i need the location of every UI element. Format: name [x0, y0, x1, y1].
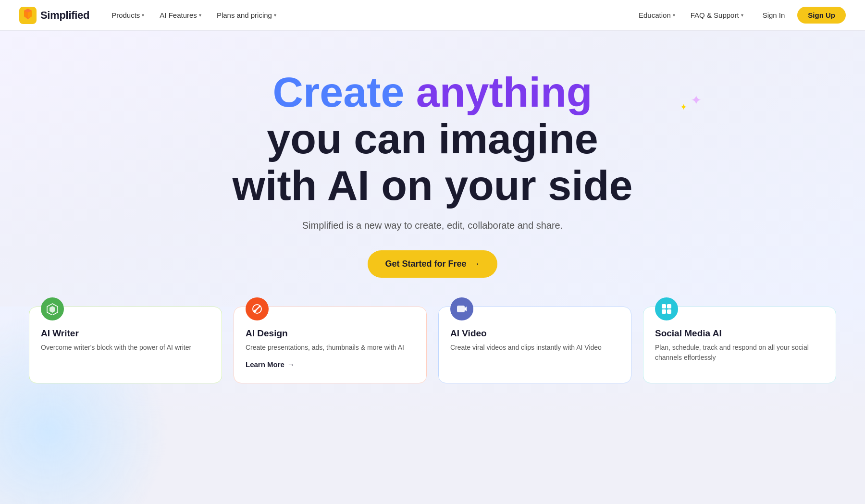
svg-rect-8 [662, 304, 666, 308]
sparkle-small-icon: ✦ [680, 102, 687, 112]
card-ai-writer: AI Writer Overcome writer's block with t… [29, 307, 222, 383]
nav-right: Education ▾ FAQ & Support ▾ Sign In Sign… [632, 7, 846, 24]
learn-more-button[interactable]: Learn More → [246, 360, 415, 369]
card-ai-design-icon [246, 297, 269, 320]
hero-title-anything: anything [416, 68, 593, 116]
chevron-down-icon: ▾ [673, 12, 675, 18]
svg-point-5 [254, 310, 257, 312]
hero-subtitle: Simplified is a new way to create, edit,… [302, 220, 563, 231]
sparkle-large-icon: ✦ [691, 92, 702, 108]
hero-title-create: Create [272, 68, 404, 116]
nav-item-ai-features[interactable]: AI Features ▾ [153, 7, 208, 23]
card-ai-writer-icon [41, 297, 64, 320]
svg-rect-11 [667, 309, 671, 314]
hero-title-line2: you can imagine [267, 115, 598, 162]
navbar: Simplified Products ▾ AI Features ▾ Plan… [0, 0, 865, 31]
card-ai-video-title: AI Video [450, 328, 619, 339]
signup-button[interactable]: Sign Up [797, 7, 846, 24]
hero-title-line3: with AI on your side [233, 161, 633, 209]
hero-cta-button[interactable]: Get Started for Free → [368, 250, 497, 278]
card-ai-video-desc: Create viral videos and clips instantly … [450, 343, 619, 353]
chevron-down-icon: ▾ [274, 12, 276, 18]
card-ai-design: AI Design Create presentations, ads, thu… [234, 307, 427, 383]
hero-title: Create anything you can imagine with AI … [233, 69, 633, 209]
hero-cta-label: Get Started for Free [385, 259, 466, 269]
nav-left: Simplified Products ▾ AI Features ▾ Plan… [19, 7, 283, 24]
svg-marker-7 [465, 307, 467, 311]
nav-item-plans[interactable]: Plans and pricing ▾ [210, 7, 283, 23]
card-ai-writer-desc: Overcome writer's block with the power o… [41, 343, 210, 353]
chevron-down-icon: ▾ [741, 12, 743, 18]
card-ai-design-title: AI Design [246, 328, 415, 339]
svg-marker-2 [49, 306, 55, 313]
logo-link[interactable]: Simplified [19, 7, 89, 24]
card-ai-video-icon [450, 297, 473, 320]
arrow-right-icon: → [287, 360, 295, 369]
svg-rect-9 [667, 304, 671, 308]
card-ai-video: AI Video Create viral videos and clips i… [438, 307, 631, 383]
svg-rect-6 [457, 306, 465, 312]
card-social-title: Social Media AI [655, 328, 824, 339]
nav-menu-right: Education ▾ FAQ & Support ▾ [632, 7, 750, 23]
chevron-down-icon: ▾ [142, 12, 144, 18]
card-social-media: Social Media AI Plan, schedule, track an… [643, 307, 836, 383]
brand-name: Simplified [40, 9, 89, 22]
cards-section: AI Writer Overcome writer's block with t… [0, 307, 865, 412]
signin-button[interactable]: Sign In [754, 7, 794, 23]
card-social-icon [655, 297, 678, 320]
card-social-desc: Plan, schedule, track and respond on all… [655, 343, 824, 363]
logo-icon [19, 7, 37, 24]
card-ai-design-desc: Create presentations, ads, thumbnails & … [246, 343, 415, 353]
card-ai-writer-title: AI Writer [41, 328, 210, 339]
nav-item-education[interactable]: Education ▾ [632, 7, 682, 23]
nav-item-products[interactable]: Products ▾ [105, 7, 151, 23]
chevron-down-icon: ▾ [199, 12, 201, 18]
svg-rect-10 [662, 309, 666, 314]
nav-item-faq[interactable]: FAQ & Support ▾ [684, 7, 750, 23]
arrow-icon: → [471, 259, 480, 269]
hero-section: ✦ ✦ Create anything you can imagine with… [0, 31, 865, 307]
nav-menu-left: Products ▾ AI Features ▾ Plans and prici… [105, 7, 283, 23]
